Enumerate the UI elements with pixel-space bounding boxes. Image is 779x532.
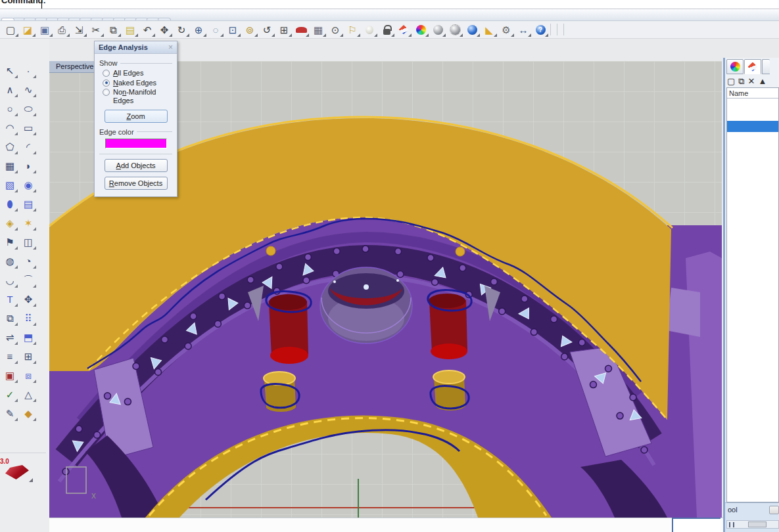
pan-hand-icon[interactable]: ✥	[156, 22, 173, 37]
mesh-surface-icon[interactable]: ▤	[19, 194, 37, 213]
Layer 01[interactable]	[727, 110, 778, 121]
command-line[interactable]: Command:	[0, 0, 779, 9]
Gem[interactable]	[727, 188, 778, 199]
save-file-icon[interactable]: ▣	[36, 22, 53, 37]
Cutting Obje...[interactable]	[727, 199, 778, 210]
zoom-window-icon[interactable]: ⊡	[224, 22, 241, 37]
edge-color-swatch[interactable]	[105, 139, 167, 148]
layer-shield-icon[interactable]	[395, 22, 412, 37]
zoom-selected-icon[interactable]: ⊚	[241, 22, 258, 37]
rectangle-icon[interactable]: ▭	[19, 118, 37, 137]
render-vehicle-icon[interactable]	[293, 22, 310, 37]
circle-icon[interactable]: ○	[1, 99, 19, 118]
dock-collapse-button[interactable]	[769, 506, 779, 514]
undo-icon[interactable]: ↶	[139, 22, 156, 37]
dimension-tool-icon[interactable]: ↔	[515, 22, 532, 37]
mirror-icon[interactable]: ⇌	[1, 328, 19, 347]
lock-objects-icon[interactable]	[378, 22, 395, 37]
undo-view-change-icon[interactable]: ↺	[258, 22, 275, 37]
radio-option[interactable]: All Edges	[103, 69, 172, 78]
move-up-icon[interactable]: ▲	[759, 77, 767, 85]
ellipse-icon[interactable]: ⬭	[19, 99, 37, 118]
radio-option[interactable]: Non-Manifold Edges	[103, 88, 172, 104]
Layer 02[interactable]	[727, 121, 778, 132]
options-gear-icon[interactable]: ⚙	[498, 22, 515, 37]
remove-objects-button[interactable]: Remove Objects	[105, 177, 168, 190]
fillet-corner-icon[interactable]: ◜	[19, 137, 37, 156]
select-pointer-icon[interactable]: ↖	[1, 61, 19, 80]
set-cplane-origin-icon[interactable]: ⊙	[327, 22, 344, 37]
explode-icon[interactable]: ✶	[19, 213, 37, 233]
new-document-icon[interactable]: ▢	[2, 22, 19, 37]
partial-tab[interactable]	[762, 59, 770, 74]
trim-icon[interactable]: ⚑	[1, 233, 19, 252]
named-views-icon[interactable]: ⚐	[344, 22, 361, 37]
surface-patch-icon[interactable]: ▦	[1, 156, 19, 175]
blend-curve-icon[interactable]: ◡	[1, 271, 19, 290]
toolbar-separator[interactable]	[550, 24, 554, 35]
horizontal-scrollbar[interactable]	[726, 520, 779, 529]
toolbar-tab[interactable]	[1, 18, 14, 20]
radio-option[interactable]: Naked Edges	[103, 79, 172, 87]
cplane-grid-icon[interactable]: ▦	[310, 22, 327, 37]
color-wheel-icon[interactable]	[412, 22, 429, 37]
shaded-viewport-icon[interactable]	[429, 22, 446, 37]
Layer 05[interactable]	[727, 154, 778, 166]
help-icon[interactable]: ?	[532, 22, 549, 37]
distribute-icon[interactable]: ≡	[1, 347, 19, 366]
delete-layer-icon[interactable]: ✕	[748, 77, 755, 85]
primitives-icon[interactable]: △	[19, 385, 37, 404]
open-file-icon[interactable]: ◪	[19, 22, 36, 37]
arc-icon[interactable]: ◠	[1, 118, 19, 137]
Layer 04[interactable]	[727, 143, 778, 154]
duplicate-layer-icon[interactable]: ⧉	[738, 77, 744, 85]
curved-surface-icon[interactable]: ◗	[19, 156, 37, 175]
gem-tool-icon[interactable]: ◆	[19, 404, 37, 423]
add-objects-button[interactable]: Add Objects	[105, 159, 168, 172]
copy-objects-icon[interactable]: ⧉	[1, 309, 19, 328]
jewelry-plugin-icon[interactable]: 3.0	[4, 460, 33, 482]
cut-icon[interactable]: ✂	[87, 22, 105, 37]
scrollbar-thumb[interactable]	[748, 521, 767, 527]
control-point-curve-icon[interactable]: ∿	[19, 80, 37, 99]
Gem 03[interactable]	[727, 177, 778, 188]
toolbar-separator[interactable]	[563, 24, 567, 35]
text-icon[interactable]: T	[1, 290, 19, 309]
rotate-view-icon[interactable]: ↻	[173, 22, 190, 37]
properties-tab[interactable]	[726, 59, 744, 74]
viewport-layout-icon[interactable]: ⊞	[275, 22, 293, 37]
Metal 01[interactable]	[727, 166, 778, 177]
adjustable-blend-icon[interactable]: ⌒	[19, 271, 37, 290]
annotate-pen-icon[interactable]: ✎	[1, 404, 19, 423]
join-puzzle-icon[interactable]: ◈	[1, 213, 19, 233]
group-icon[interactable]: ⧈	[19, 366, 37, 385]
split-icon[interactable]: ◫	[19, 233, 37, 252]
name-column-header[interactable]: Name	[727, 88, 778, 99]
notification-flag-icon[interactable]: ◣	[481, 22, 498, 37]
box-icon[interactable]: ▧	[1, 175, 19, 194]
new-layer-icon[interactable]: ▢	[727, 77, 735, 85]
spheres-icon[interactable]: ◉	[19, 175, 37, 194]
Default[interactable]	[727, 99, 778, 110]
rendered-viewport-icon[interactable]	[446, 22, 463, 37]
close-icon[interactable]: ×	[168, 43, 173, 52]
toolbar-separator[interactable]	[557, 24, 561, 35]
boolean-difference-icon[interactable]: ◔	[19, 252, 37, 271]
export-document-icon[interactable]: ⇲	[70, 22, 87, 37]
paste-icon[interactable]: ▤	[122, 22, 139, 37]
polyline-icon[interactable]: ∧	[1, 80, 19, 99]
Layer 03[interactable]	[727, 132, 778, 143]
layers-tab[interactable]	[744, 59, 761, 74]
zoom-dynamic-icon[interactable]: ◌	[207, 22, 224, 37]
solid-box-icon[interactable]: ⬒	[19, 328, 37, 347]
boolean-union-icon[interactable]: ◍	[1, 252, 19, 271]
check-objects-icon[interactable]: ✓	[1, 385, 19, 404]
spotlight-icon[interactable]	[361, 22, 378, 37]
cylinder-icon[interactable]: ⬮	[1, 194, 19, 213]
single-point-icon[interactable]: ·	[19, 61, 37, 80]
array-blocks-icon[interactable]: ⠿	[19, 309, 37, 328]
rect-array-icon[interactable]: ⊞	[19, 347, 37, 366]
zoom-in-icon[interactable]: ⊕	[190, 22, 207, 37]
toolbar-tab[interactable]	[158, 18, 171, 20]
zoom-button[interactable]: Zoom	[105, 110, 168, 123]
